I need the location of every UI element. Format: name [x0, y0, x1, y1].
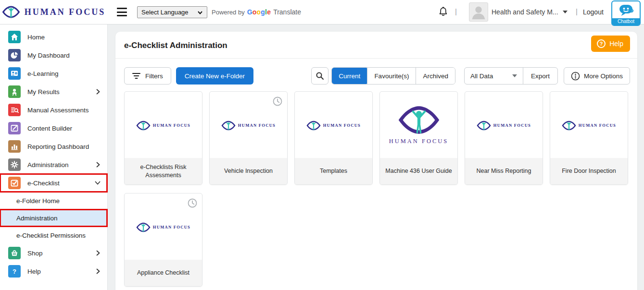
more-options-button[interactable]: More Options: [564, 67, 630, 85]
e-folder-card[interactable]: HUMAN FOCUS Templates: [294, 91, 373, 185]
e-folder-title: Near Miss Reporting: [465, 158, 543, 184]
help-button-label: Help: [609, 40, 623, 48]
top-header: HUMAN FOCUS Select Language Powered by G…: [0, 0, 644, 24]
tab-favourites[interactable]: Favourite(s): [367, 68, 416, 84]
e-folder-title: Templates: [295, 158, 372, 184]
card-body: HUMAN FOCUS: [125, 92, 202, 159]
chatbot-label: Chatbot: [612, 18, 640, 25]
card-body: HUMAN FOCUS: [380, 92, 457, 159]
chevron-down-icon: [512, 74, 517, 77]
logo-text: HUMAN FOCUS: [323, 123, 361, 128]
schedule-clock-icon: [187, 198, 198, 208]
sidebar-item-content-builder[interactable]: Content Builder: [0, 119, 107, 137]
logout-link[interactable]: Logout: [583, 8, 604, 16]
human-focus-logo: HUMAN FOCUS: [221, 121, 276, 131]
chevron-right-icon: [96, 162, 101, 168]
view-tabs: Current Favourite(s) Archived: [331, 67, 455, 85]
human-focus-eye-icon: [221, 121, 236, 131]
sidebar-subitem-e-folder-home[interactable]: e-Folder Home: [0, 192, 107, 209]
sidebar-item-e-learning[interactable]: e-Learning: [0, 64, 107, 83]
page-title: e-Checklist Administration: [124, 41, 227, 50]
e-folder-title: Appliance Checklist: [125, 260, 202, 286]
user-menu[interactable]: Health and Safety M...: [492, 8, 558, 16]
award-person-icon: [8, 85, 21, 98]
all-data-dropdown[interactable]: All Data: [465, 68, 523, 84]
home-icon: [8, 31, 21, 43]
e-folder-card[interactable]: HUMAN FOCUS Vehicle Inspection: [209, 91, 288, 185]
sidebar-item-label: Shop: [27, 250, 89, 257]
create-new-e-folder-button[interactable]: Create New e-Folder: [176, 67, 253, 85]
e-folder-card[interactable]: HUMAN FOCUS Near Miss Reporting: [465, 91, 543, 185]
chevron-right-icon: [96, 250, 101, 256]
sidebar-item-administration[interactable]: Administration: [0, 156, 107, 174]
filters-button[interactable]: Filters: [124, 67, 171, 85]
user-menu-caret-icon[interactable]: [563, 11, 568, 13]
chatbot-robot-icon: [618, 3, 635, 18]
sidebar-item-help[interactable]: ? Help: [0, 262, 107, 280]
human-focus-eye-icon: [398, 106, 440, 134]
human-focus-eye-icon: [562, 121, 576, 131]
e-folder-card[interactable]: HUMAN FOCUS Machine 436 User Guide: [379, 91, 458, 185]
chevron-right-icon: [96, 268, 101, 274]
e-folder-card[interactable]: HUMAN FOCUS e-Checklists Risk Assessment…: [124, 91, 202, 185]
sidebar-item-my-dashboard[interactable]: My Dashboard: [0, 46, 107, 64]
language-select[interactable]: Select Language: [137, 6, 207, 18]
e-folder-card[interactable]: HUMAN FOCUS Appliance Checklist: [124, 193, 202, 287]
sidebar-item-label: Content Builder: [27, 125, 101, 132]
human-focus-eye-icon: [136, 121, 151, 131]
chatbot-button[interactable]: Chatbot: [611, 0, 641, 26]
user-avatar[interactable]: [469, 2, 488, 22]
sidebar-subitem-label: Administration: [16, 215, 58, 222]
logo-text: HUMAN FOCUS: [493, 123, 531, 128]
tab-archived[interactable]: Archived: [416, 68, 455, 84]
sidebar-item-reporting-dashboard[interactable]: Reporting Dashboard: [0, 137, 107, 156]
sidebar-item-label: Administration: [27, 161, 89, 169]
logo-text: HUMAN FOCUS: [389, 138, 449, 145]
menu-toggle-icon[interactable]: [117, 8, 127, 16]
more-options-icon: [571, 72, 580, 81]
sidebar-item-label: Reporting Dashboard: [27, 143, 101, 150]
sidebar-item-my-results[interactable]: My Results: [0, 83, 107, 101]
sidebar-subitem-administration[interactable]: Administration: [0, 209, 107, 227]
search-button[interactable]: [311, 67, 328, 85]
presentation-icon: [8, 67, 21, 80]
notifications-bell-icon[interactable]: [438, 6, 449, 18]
e-folder-title: e-Checklists Risk Assessments: [125, 158, 202, 184]
sidebar-subitem-label: e-Checklist Permissions: [16, 232, 86, 239]
header-divider: |: [455, 7, 457, 15]
card-body: HUMAN FOCUS: [465, 92, 543, 159]
sidebar-item-label: My Dashboard: [27, 52, 101, 59]
sidebar-subitem-e-checklist-permissions[interactable]: e-Checklist Permissions: [0, 227, 107, 244]
human-focus-logo: HUMAN FOCUS: [306, 121, 361, 131]
human-focus-logo: HUMAN FOCUS: [136, 121, 190, 131]
sidebar-item-label: Manual Assessments: [27, 107, 101, 114]
more-options-label: More Options: [584, 72, 623, 80]
human-focus-eye-icon: [477, 121, 491, 131]
sidebar-item-home[interactable]: Home: [0, 28, 107, 46]
edit-square-icon: [8, 122, 21, 134]
sidebar-item-shop[interactable]: Shop: [0, 244, 107, 262]
filters-button-label: Filters: [145, 72, 163, 80]
e-folder-card[interactable]: HUMAN FOCUS Fire Door Inspection: [550, 91, 628, 185]
help-button[interactable]: ? Help: [591, 36, 630, 52]
chevron-down-icon: [197, 10, 203, 15]
pie-chart-icon: [8, 49, 21, 61]
google-logo-text: Google: [247, 8, 271, 16]
sidebar-item-manual-assessments[interactable]: Manual Assessments: [0, 101, 107, 119]
card-body: HUMAN FOCUS: [295, 92, 372, 159]
brand-logo[interactable]: HUMAN FOCUS: [0, 0, 107, 24]
help-circle-icon: ?: [596, 39, 606, 48]
tab-current[interactable]: Current: [331, 67, 367, 85]
basket-icon: [8, 247, 21, 259]
export-button[interactable]: Export: [523, 68, 557, 84]
logo-text: HUMAN FOCUS: [153, 225, 190, 230]
checkbox-icon: [8, 177, 21, 189]
question-icon: ?: [8, 265, 21, 278]
svg-text:?: ?: [13, 268, 16, 275]
chevron-down-icon: [95, 181, 101, 185]
language-select-value: Select Language: [141, 9, 189, 16]
search-icon: [316, 72, 324, 80]
sidebar-item-e-checklist[interactable]: e-Checklist: [0, 174, 107, 192]
data-export-group: All Data Export: [464, 67, 558, 85]
toolbar: Filters Create New e-Folder Current Favo…: [115, 59, 637, 91]
